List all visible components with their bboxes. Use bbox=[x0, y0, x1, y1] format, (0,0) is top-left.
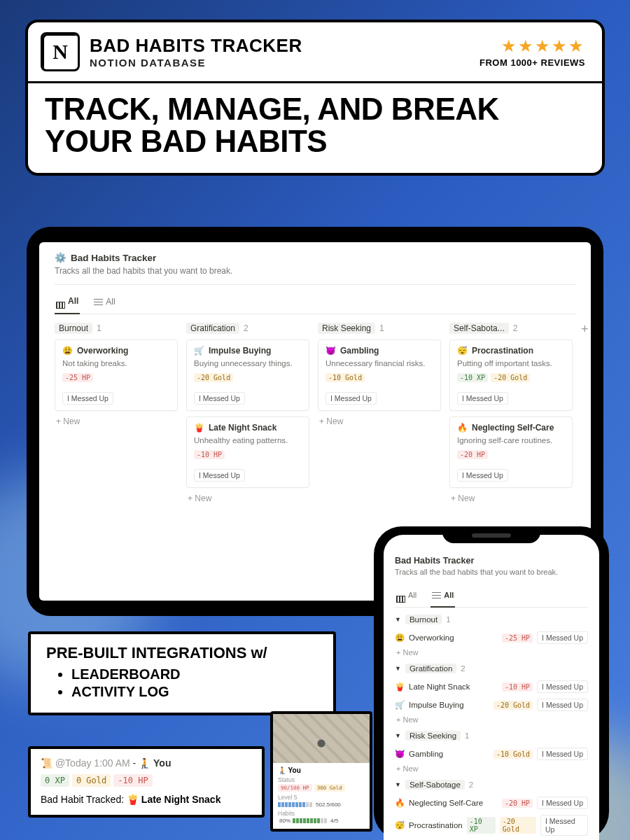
tab-list-view[interactable]: All bbox=[92, 290, 116, 314]
tab-board-view[interactable]: All bbox=[395, 584, 418, 607]
scroll-icon: 📜 bbox=[41, 757, 52, 769]
group-header-risk-seeking[interactable]: ▼ Risk Seeking 1 bbox=[395, 731, 588, 741]
i-messed-up-button[interactable]: I Messed Up bbox=[457, 469, 508, 482]
column-header[interactable]: Risk Seeking 1 bbox=[318, 323, 441, 334]
new-row-button[interactable]: + New bbox=[396, 715, 588, 724]
activity-log-entry: 📜 @Today 1:00 AM - 🧎 You bbox=[41, 757, 252, 769]
card-title-text: Overworking bbox=[77, 346, 128, 356]
card-title-text: Procrastination bbox=[472, 346, 533, 356]
chevron-down-icon: ▼ bbox=[395, 781, 401, 788]
database-title[interactable]: Bad Habits Tracker bbox=[395, 556, 588, 566]
list-row-procrastination[interactable]: 😴 Procrastination -10 XP -20 Gold I Mess… bbox=[395, 812, 588, 839]
i-messed-up-button[interactable]: I Messed Up bbox=[194, 469, 245, 482]
row-emoji-icon: 😴 bbox=[395, 820, 405, 830]
column-name: Burnout bbox=[55, 323, 92, 334]
activity-badges: 0 XP 0 Gold -10 HP bbox=[41, 774, 252, 787]
row-emoji-icon: 🛒 bbox=[395, 700, 405, 710]
new-card-button[interactable]: + New bbox=[318, 416, 441, 426]
hp-badge: -20 HP bbox=[502, 799, 533, 808]
card-emoji-icon: 😈 bbox=[326, 346, 336, 356]
new-card-button[interactable]: + New bbox=[186, 493, 309, 503]
leaderboard-user-name: You bbox=[288, 766, 301, 774]
new-card-button[interactable]: + New bbox=[449, 493, 573, 503]
column-header[interactable]: Gratification 2 bbox=[186, 323, 309, 334]
group-count: 2 bbox=[461, 664, 465, 673]
phone-screen: Bad Habits Tracker Tracks all the bad ha… bbox=[384, 535, 599, 840]
column-name: Self-Sabota... bbox=[449, 323, 509, 334]
group-header-gratification[interactable]: ▼ Gratification 2 bbox=[395, 664, 588, 673]
card-late-night-snack[interactable]: 🍟 Late Night Snack Unhealthy eating patt… bbox=[186, 416, 309, 488]
list-row-overworking[interactable]: 😩 Overworking -25 HP I Messed Up bbox=[395, 629, 588, 647]
progress-bar-icon bbox=[278, 802, 312, 807]
leaderboard-card: 🧎 You Status 90/100 HP 300 Gold Level 5 … bbox=[270, 711, 372, 832]
column-name: Risk Seeking bbox=[318, 323, 375, 334]
card-neglecting-self-care[interactable]: 🔥 Neglecting Self-Care Ignoring self-car… bbox=[449, 416, 573, 488]
i-messed-up-button[interactable]: I Messed Up bbox=[537, 699, 588, 711]
xp-badge: 0 XP bbox=[41, 774, 69, 787]
i-messed-up-button[interactable]: I Messed Up bbox=[537, 680, 588, 693]
card-description: Ignoring self-care routines. bbox=[457, 436, 565, 444]
new-label: New bbox=[402, 764, 418, 773]
star-rating-icon: ★★★★★ bbox=[479, 36, 585, 56]
notion-logo-icon: N bbox=[41, 32, 80, 71]
list-row-late-night-snack[interactable]: 🍟 Late Night Snack -10 HP I Messed Up bbox=[395, 678, 588, 696]
card-overworking[interactable]: 😩 Overworking Not taking breaks. -25 HP … bbox=[55, 340, 178, 411]
row-title: Neglecting Self-Care bbox=[409, 799, 498, 807]
new-card-button[interactable]: + New bbox=[55, 416, 178, 426]
card-emoji-icon: 🔥 bbox=[457, 423, 468, 433]
card-impulse-buying[interactable]: 🛒 Impulse Buying Buying unnecessary thin… bbox=[186, 340, 309, 411]
database-title[interactable]: ⚙️ Bad Habits Tracker bbox=[55, 252, 575, 263]
promo-headline: TRACK, MANAGE, AND BREAK YOUR BAD HABITS bbox=[28, 83, 602, 173]
new-label: New bbox=[195, 493, 211, 503]
new-label: New bbox=[458, 493, 475, 503]
integrations-title: PRE-BUILT INTEGRATIONS w/ bbox=[46, 644, 318, 662]
card-gambling[interactable]: 😈 Gambling Unnecessary financial risks. … bbox=[318, 340, 441, 411]
leaderboard-user: 🧎 You bbox=[278, 766, 365, 774]
habits-label: Habits bbox=[278, 810, 365, 817]
phone-notch bbox=[442, 526, 540, 543]
integration-item-leaderboard: LEADERBOARD bbox=[71, 666, 318, 682]
product-title: BAD HABITS TRACKER bbox=[90, 35, 479, 57]
column-header[interactable]: Burnout 1 bbox=[55, 323, 178, 334]
tab-list-view[interactable]: All bbox=[430, 584, 455, 608]
new-label: New bbox=[402, 715, 418, 724]
status-row: 90/100 HP 300 Gold bbox=[278, 784, 365, 792]
row-title: Late Night Snack bbox=[409, 682, 498, 691]
progress-bar-icon bbox=[293, 818, 327, 823]
activity-log-card: 📜 @Today 1:00 AM - 🧎 You 0 XP 0 Gold -10… bbox=[28, 746, 265, 818]
column-header[interactable]: Self-Sabota... 2 bbox=[449, 323, 573, 334]
board-view-icon bbox=[56, 302, 65, 309]
card-title-text: Neglecting Self-Care bbox=[472, 423, 554, 433]
i-messed-up-button[interactable]: I Messed Up bbox=[457, 392, 508, 405]
hp-badge: -25 HP bbox=[502, 634, 533, 643]
view-tabs: All All bbox=[55, 288, 575, 314]
list-row-neglecting-self-care[interactable]: 🔥 Neglecting Self-Care -20 HP I Messed U… bbox=[395, 794, 588, 812]
add-column[interactable]: + bbox=[581, 323, 591, 503]
tracked-emoji-icon: 🍟 bbox=[127, 794, 139, 805]
group-header-burnout[interactable]: ▼ Burnout 1 bbox=[395, 615, 588, 624]
i-messed-up-button[interactable]: I Messed Up bbox=[540, 815, 588, 836]
view-tabs: All All bbox=[395, 582, 588, 608]
integration-item-activity-log: ACTIVITY LOG bbox=[71, 684, 318, 700]
i-messed-up-button[interactable]: I Messed Up bbox=[194, 392, 245, 405]
group-header-self-sabotage[interactable]: ▼ Self-Sabotage 2 bbox=[395, 780, 588, 790]
card-emoji-icon: 😴 bbox=[457, 346, 468, 356]
new-row-button[interactable]: + New bbox=[396, 648, 588, 657]
i-messed-up-button[interactable]: I Messed Up bbox=[326, 392, 377, 405]
group-name: Risk Seeking bbox=[405, 731, 461, 741]
i-messed-up-button[interactable]: I Messed Up bbox=[62, 392, 113, 405]
tab-label: All bbox=[444, 591, 454, 599]
card-procrastination[interactable]: 😴 Procrastination Putting off important … bbox=[449, 340, 573, 411]
plus-icon: + bbox=[581, 322, 589, 336]
leaderboard-cover-image bbox=[273, 714, 370, 763]
list-row-gambling[interactable]: 😈 Gambling -10 Gold I Messed Up bbox=[395, 745, 588, 763]
i-messed-up-button[interactable]: I Messed Up bbox=[537, 631, 588, 644]
tab-board-view[interactable]: All bbox=[55, 290, 80, 314]
list-row-impulse-buying[interactable]: 🛒 Impulse Buying -20 Gold I Messed Up bbox=[395, 696, 588, 714]
activity-timestamp: @Today 1:00 AM bbox=[55, 757, 130, 769]
column-count: 2 bbox=[244, 323, 248, 333]
new-row-button[interactable]: + New bbox=[396, 764, 588, 773]
product-subtitle: NOTION DATABASE bbox=[90, 57, 479, 69]
i-messed-up-button[interactable]: I Messed Up bbox=[537, 797, 588, 809]
i-messed-up-button[interactable]: I Messed Up bbox=[537, 748, 588, 760]
